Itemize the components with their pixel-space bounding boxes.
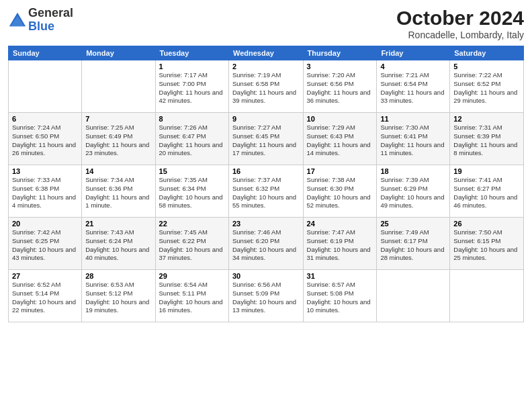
day-number: 6 [12,115,78,123]
day-number: 26 [453,220,520,228]
day-number: 31 [307,272,373,280]
logo-blue: Blue [28,19,54,33]
day-number: 10 [307,115,373,123]
calendar-cell: 8Sunrise: 7:26 AMSunset: 6:47 PMDaylight… [155,113,228,165]
calendar-cell: 14Sunrise: 7:34 AMSunset: 6:36 PMDayligh… [82,165,155,218]
day-detail: Sunrise: 7:42 AMSunset: 6:25 PMDaylight:… [12,228,78,263]
day-number: 9 [232,115,300,123]
calendar-cell [82,60,155,113]
day-number: 17 [307,167,373,175]
day-detail: Sunrise: 6:56 AMSunset: 5:09 PMDaylight:… [232,281,300,315]
calendar-cell: 16Sunrise: 7:37 AMSunset: 6:32 PMDayligh… [229,165,304,218]
logo: General Blue [8,7,73,34]
day-detail: Sunrise: 7:26 AMSunset: 6:47 PMDaylight:… [159,124,225,158]
calendar-cell: 4Sunrise: 7:21 AMSunset: 6:54 PMDaylight… [377,60,450,113]
day-detail: Sunrise: 7:38 AMSunset: 6:30 PMDaylight:… [307,176,373,210]
calendar-cell: 25Sunrise: 7:49 AMSunset: 6:17 PMDayligh… [377,218,450,270]
day-number: 16 [232,167,300,175]
day-of-week-header: Tuesday [155,46,228,60]
day-number: 8 [159,115,225,123]
calendar-week-row: 13Sunrise: 7:33 AMSunset: 6:38 PMDayligh… [9,165,524,218]
day-detail: Sunrise: 7:19 AMSunset: 6:58 PMDaylight:… [232,71,300,105]
day-number: 21 [85,220,151,228]
day-of-week-header: Saturday [450,46,524,60]
calendar-cell: 29Sunrise: 6:54 AMSunset: 5:11 PMDayligh… [155,270,228,322]
day-detail: Sunrise: 7:21 AMSunset: 6:54 PMDaylight:… [380,71,446,105]
day-number: 23 [232,220,300,228]
calendar-cell: 21Sunrise: 7:43 AMSunset: 6:24 PMDayligh… [82,218,155,270]
calendar-cell [9,60,82,113]
day-detail: Sunrise: 7:24 AMSunset: 6:50 PMDaylight:… [12,124,78,158]
day-detail: Sunrise: 7:47 AMSunset: 6:19 PMDaylight:… [307,228,373,263]
day-number: 18 [380,167,446,175]
logo-text: General Blue [28,7,73,34]
day-number: 27 [12,272,78,280]
calendar-week-row: 1Sunrise: 7:17 AMSunset: 7:00 PMDaylight… [9,60,524,113]
calendar-cell: 18Sunrise: 7:39 AMSunset: 6:29 PMDayligh… [377,165,450,218]
calendar-cell: 1Sunrise: 7:17 AMSunset: 7:00 PMDaylight… [155,60,228,113]
location: Roncadelle, Lombardy, Italy [396,30,524,40]
day-number: 28 [85,272,151,280]
day-detail: Sunrise: 7:49 AMSunset: 6:17 PMDaylight:… [380,228,446,263]
day-detail: Sunrise: 7:35 AMSunset: 6:34 PMDaylight:… [159,176,225,210]
day-detail: Sunrise: 7:17 AMSunset: 7:00 PMDaylight:… [159,71,225,105]
day-number: 11 [380,115,446,123]
title-block: October 2024 Roncadelle, Lombardy, Italy [396,7,524,40]
logo-icon [8,11,27,30]
day-of-week-header: Friday [377,46,450,60]
calendar-cell: 27Sunrise: 6:52 AMSunset: 5:14 PMDayligh… [9,270,82,322]
calendar-cell: 13Sunrise: 7:33 AMSunset: 6:38 PMDayligh… [9,165,82,218]
day-number: 14 [85,167,151,175]
day-detail: Sunrise: 7:46 AMSunset: 6:20 PMDaylight:… [232,228,300,263]
calendar-week-row: 27Sunrise: 6:52 AMSunset: 5:14 PMDayligh… [9,270,524,322]
day-number: 20 [12,220,78,228]
day-number: 15 [159,167,225,175]
day-number: 4 [380,62,446,71]
day-of-week-header: Wednesday [229,46,304,60]
calendar-cell: 9Sunrise: 7:27 AMSunset: 6:45 PMDaylight… [229,113,304,165]
day-detail: Sunrise: 7:43 AMSunset: 6:24 PMDaylight:… [85,228,151,263]
calendar-cell: 2Sunrise: 7:19 AMSunset: 6:58 PMDaylight… [229,60,304,113]
page: General Blue October 2024 Roncadelle, Lo… [0,0,532,411]
day-number: 30 [232,272,300,280]
calendar-week-row: 6Sunrise: 7:24 AMSunset: 6:50 PMDaylight… [9,113,524,165]
day-detail: Sunrise: 7:37 AMSunset: 6:32 PMDaylight:… [232,176,300,210]
day-detail: Sunrise: 7:22 AMSunset: 6:52 PMDaylight:… [453,71,520,105]
calendar-week-row: 20Sunrise: 7:42 AMSunset: 6:25 PMDayligh… [9,218,524,270]
calendar-cell: 31Sunrise: 6:57 AMSunset: 5:08 PMDayligh… [303,270,377,322]
calendar-cell: 26Sunrise: 7:50 AMSunset: 6:15 PMDayligh… [450,218,524,270]
day-detail: Sunrise: 7:33 AMSunset: 6:38 PMDaylight:… [12,176,78,210]
day-detail: Sunrise: 7:45 AMSunset: 6:22 PMDaylight:… [159,228,225,263]
day-detail: Sunrise: 7:25 AMSunset: 6:49 PMDaylight:… [85,124,151,158]
day-detail: Sunrise: 6:54 AMSunset: 5:11 PMDaylight:… [159,281,225,315]
day-number: 2 [232,62,300,71]
day-number: 3 [307,62,373,71]
calendar-cell: 10Sunrise: 7:29 AMSunset: 6:43 PMDayligh… [303,113,377,165]
calendar-cell: 22Sunrise: 7:45 AMSunset: 6:22 PMDayligh… [155,218,228,270]
day-number: 12 [453,115,520,123]
day-number: 24 [307,220,373,228]
calendar-cell: 20Sunrise: 7:42 AMSunset: 6:25 PMDayligh… [9,218,82,270]
day-detail: Sunrise: 7:50 AMSunset: 6:15 PMDaylight:… [453,228,520,263]
day-detail: Sunrise: 7:39 AMSunset: 6:29 PMDaylight:… [380,176,446,210]
calendar-header-row: SundayMondayTuesdayWednesdayThursdayFrid… [9,46,524,60]
day-number: 5 [453,62,520,71]
calendar-cell: 7Sunrise: 7:25 AMSunset: 6:49 PMDaylight… [82,113,155,165]
day-detail: Sunrise: 6:57 AMSunset: 5:08 PMDaylight:… [307,281,373,315]
day-detail: Sunrise: 6:52 AMSunset: 5:14 PMDaylight:… [12,281,78,315]
calendar-cell [450,270,524,322]
day-number: 1 [159,62,225,71]
calendar-cell: 23Sunrise: 7:46 AMSunset: 6:20 PMDayligh… [229,218,304,270]
calendar-cell: 24Sunrise: 7:47 AMSunset: 6:19 PMDayligh… [303,218,377,270]
calendar-cell: 28Sunrise: 6:53 AMSunset: 5:12 PMDayligh… [82,270,155,322]
calendar-cell: 19Sunrise: 7:41 AMSunset: 6:27 PMDayligh… [450,165,524,218]
day-number: 22 [159,220,225,228]
logo-general: General [28,6,73,19]
day-detail: Sunrise: 7:30 AMSunset: 6:41 PMDaylight:… [380,124,446,158]
day-of-week-header: Sunday [9,46,82,60]
day-detail: Sunrise: 7:20 AMSunset: 6:56 PMDaylight:… [307,71,373,105]
day-number: 7 [85,115,151,123]
day-of-week-header: Thursday [303,46,377,60]
month-year: October 2024 [396,7,524,30]
header: General Blue October 2024 Roncadelle, Lo… [8,7,524,40]
